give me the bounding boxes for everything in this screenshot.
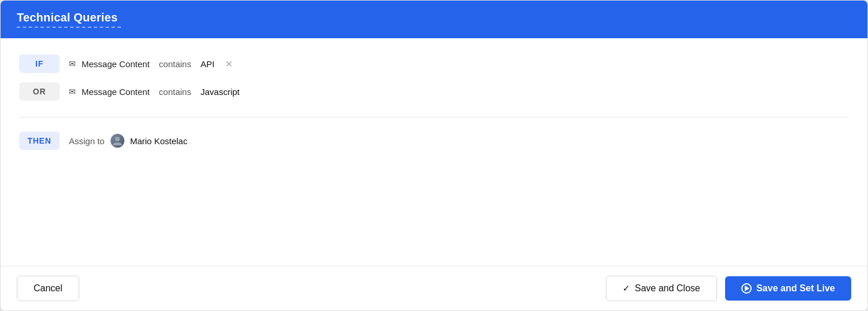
assignee-name: Mario Kostelac (130, 136, 187, 146)
condition-field-if: ✉ Message Content contains API ✕ (69, 58, 235, 69)
modal-title: Technical Queries (17, 11, 851, 24)
condition-row-or: OR ✉ Message Content contains Javascript (19, 82, 849, 101)
avatar-inner (111, 134, 124, 148)
modal-header: Technical Queries (1, 1, 867, 38)
operator-if: contains (159, 59, 192, 69)
badge-then: THEN (19, 131, 60, 150)
title-underline (17, 27, 121, 28)
badge-if: IF (19, 54, 60, 73)
play-triangle (745, 286, 749, 291)
play-icon (741, 283, 752, 294)
avatar-icon (112, 135, 123, 147)
value-if: API (200, 59, 214, 69)
checkmark-icon: ✓ (623, 283, 630, 294)
assignee-avatar (111, 134, 124, 148)
conditions-section: IF ✉ Message Content contains API ✕ OR ✉… (19, 54, 849, 118)
action-field: Assign to Mario Kostelac (69, 134, 187, 148)
modal-footer: Cancel ✓ Save and Close Save and Set Liv… (1, 266, 867, 310)
field-label-or: Message Content (82, 87, 150, 97)
remove-condition-if-button[interactable]: ✕ (223, 58, 235, 69)
condition-row-if: IF ✉ Message Content contains API ✕ (19, 54, 849, 73)
action-section: THEN Assign to Mario Kostelac (19, 118, 849, 150)
field-label-if: Message Content (82, 59, 150, 69)
value-or: Javascript (200, 87, 240, 97)
assign-label: Assign to (69, 136, 105, 146)
modal-body: IF ✉ Message Content contains API ✕ OR ✉… (1, 38, 867, 266)
svg-point-0 (115, 137, 120, 141)
save-and-close-button[interactable]: ✓ Save and Close (606, 276, 717, 301)
badge-or: OR (19, 82, 60, 101)
save-and-set-live-button[interactable]: Save and Set Live (725, 276, 851, 301)
condition-field-or: ✉ Message Content contains Javascript (69, 87, 240, 97)
modal-container: Technical Queries IF ✉ Message Content c… (0, 0, 868, 311)
mail-icon-if: ✉ (69, 59, 76, 68)
footer-right: ✓ Save and Close Save and Set Live (606, 276, 851, 301)
cancel-button[interactable]: Cancel (17, 276, 79, 301)
operator-or: contains (159, 87, 192, 97)
mail-icon-or: ✉ (69, 87, 76, 96)
